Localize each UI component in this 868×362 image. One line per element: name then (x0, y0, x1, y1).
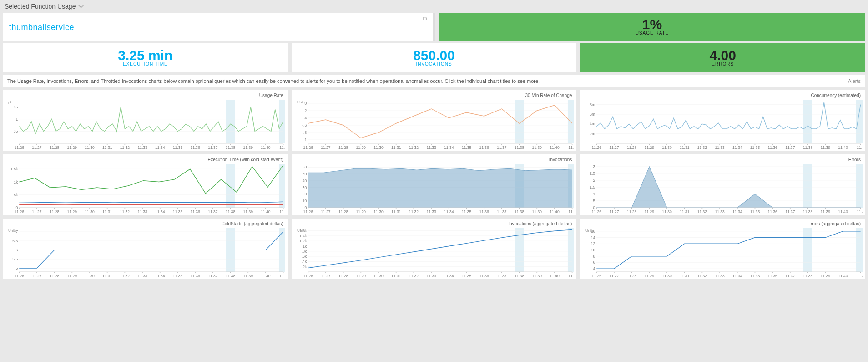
svg-point-306 (177, 272, 178, 273)
metric-label: INVOCATIONS (416, 61, 452, 66)
chart-title[interactable]: Concurrency (estimated) (583, 92, 863, 99)
metric-card-execution-time: 3.25 minEXECUTION TIME (3, 43, 288, 72)
svg-text:11:28: 11:28 (627, 274, 637, 278)
svg-point-64 (360, 144, 361, 145)
svg-text:11:30: 11:30 (85, 274, 95, 278)
chart-title[interactable]: Invocations (294, 156, 574, 163)
chart-body[interactable]: .05.1.15pt11:2611:2711:2811:2911:3011:31… (5, 99, 285, 150)
chart-body[interactable]: -1-.8-.6-.4-.20Units11:2611:2711:2811:29… (294, 99, 574, 150)
svg-point-62 (343, 144, 343, 145)
svg-point-123 (790, 144, 791, 145)
svg-text:11:38: 11:38 (226, 274, 236, 278)
svg-point-78 (484, 144, 484, 145)
svg-point-160 (160, 208, 161, 209)
chart-body[interactable]: .2k.4k.6k.8k1k1.2k1.4k1.6kUnits11:2611:2… (294, 227, 574, 278)
chart-title[interactable]: ColdStarts (aggregated deltas) (5, 220, 285, 227)
chart-title[interactable]: Invocations (aggregated deltas) (294, 220, 574, 227)
svg-point-207 (431, 208, 432, 209)
svg-text:Units: Units (8, 229, 16, 233)
svg-text:11:27: 11:27 (32, 209, 42, 214)
svg-text:Units: Units (585, 229, 594, 233)
chart-body[interactable]: 010203040506011:2611:2711:2811:2911:3011… (294, 163, 574, 214)
svg-text:11:37: 11:37 (208, 145, 218, 150)
svg-text:11:37: 11:37 (785, 274, 795, 278)
chevron-down-icon (79, 3, 84, 8)
svg-text:11:26: 11:26 (15, 274, 25, 278)
svg-text:11:29: 11:29 (67, 145, 77, 150)
svg-point-68 (395, 144, 396, 145)
svg-point-223 (571, 208, 572, 209)
svg-text:20: 20 (302, 192, 307, 196)
metric-value: 850.00 (413, 49, 455, 62)
chart-title[interactable]: Usage Rate (5, 92, 285, 99)
svg-text:11:37: 11:37 (208, 274, 218, 278)
svg-rect-1 (279, 100, 285, 143)
chart-panel-coldstarts_agg: ColdStarts (aggregated deltas)55.566.57U… (3, 219, 288, 279)
svg-text:11:30: 11:30 (85, 209, 95, 214)
svg-point-416 (825, 272, 826, 273)
svg-point-420 (860, 272, 861, 273)
chart-body[interactable]: 2m4m6m8m11:2611:2711:2811:2911:3011:3111… (583, 99, 863, 150)
svg-text:11:36: 11:36 (479, 145, 489, 150)
svg-text:11:39: 11:39 (243, 274, 253, 278)
alerts-link[interactable]: Alerts (848, 78, 861, 84)
chart-body[interactable]: 46810121416Units11:2611:2711:2811:2911:3… (583, 227, 863, 278)
svg-text:1: 1 (593, 192, 595, 196)
section-header[interactable]: Selected Function Usage (0, 0, 868, 13)
svg-text:11:34: 11:34 (155, 274, 165, 278)
svg-point-256 (719, 208, 720, 209)
svg-text:11:27: 11:27 (610, 145, 620, 150)
svg-point-290 (36, 272, 37, 273)
svg-point-308 (195, 272, 196, 273)
svg-point-358 (466, 272, 467, 273)
svg-rect-0 (226, 100, 235, 143)
svg-text:11:31: 11:31 (391, 145, 401, 150)
chart-title[interactable]: Errors (583, 156, 863, 163)
chart-body[interactable]: 0.511.522.5311:2611:2711:2811:2911:3011:… (583, 163, 863, 214)
svg-text:11:35: 11:35 (173, 209, 183, 214)
svg-point-86 (554, 144, 555, 145)
svg-point-72 (431, 144, 432, 145)
svg-point-298 (107, 272, 108, 273)
svg-text:6m: 6m (590, 112, 595, 117)
chart-body[interactable]: 55.566.57Units11:2611:2711:2811:2911:301… (5, 227, 285, 278)
svg-point-148 (54, 208, 55, 209)
chart-title[interactable]: Execution Time (with cold start event) (5, 156, 285, 163)
popout-icon[interactable]: ⧉ (423, 15, 427, 22)
svg-point-250 (666, 208, 667, 209)
svg-point-360 (484, 272, 484, 273)
svg-text:11:40: 11:40 (838, 209, 848, 214)
svg-text:11:35: 11:35 (173, 274, 183, 278)
svg-text:5: 5 (15, 266, 18, 270)
svg-text:1k: 1k (14, 180, 18, 184)
svg-text:.8k: .8k (301, 249, 307, 254)
svg-text:11:30: 11:30 (373, 145, 384, 150)
svg-text:11:39: 11:39 (532, 145, 542, 150)
svg-text:11:37: 11:37 (785, 145, 795, 150)
chart-title[interactable]: Errors (aggregated deltas) (583, 220, 863, 227)
svg-point-26 (160, 144, 161, 145)
svg-text:11:4: 11:4 (568, 274, 574, 278)
svg-text:11:27: 11:27 (32, 274, 42, 278)
svg-point-404 (719, 272, 720, 273)
svg-point-144 (19, 208, 20, 209)
svg-point-58 (308, 144, 308, 145)
chart-title[interactable]: 30 Min Rate of Change (294, 92, 574, 99)
svg-text:11:37: 11:37 (497, 145, 507, 150)
svg-text:11:30: 11:30 (373, 274, 384, 278)
usage-rate-label: USAGE RATE (636, 31, 669, 36)
svg-text:10: 10 (302, 199, 307, 203)
metric-label: ERRORS (712, 61, 734, 66)
svg-point-252 (684, 208, 685, 209)
svg-rect-225 (803, 164, 812, 208)
svg-text:11:38: 11:38 (226, 209, 236, 214)
svg-text:11:39: 11:39 (243, 145, 253, 150)
svg-point-254 (702, 208, 703, 209)
svg-text:11:35: 11:35 (750, 209, 760, 214)
svg-rect-42 (515, 100, 524, 143)
svg-text:11:39: 11:39 (821, 145, 831, 150)
svg-text:11:27: 11:27 (610, 209, 620, 214)
svg-point-168 (230, 208, 231, 209)
svg-text:11:40: 11:40 (261, 209, 271, 214)
chart-body[interactable]: 0.5k1k1.5k11:2611:2711:2811:2911:3011:31… (5, 163, 285, 214)
